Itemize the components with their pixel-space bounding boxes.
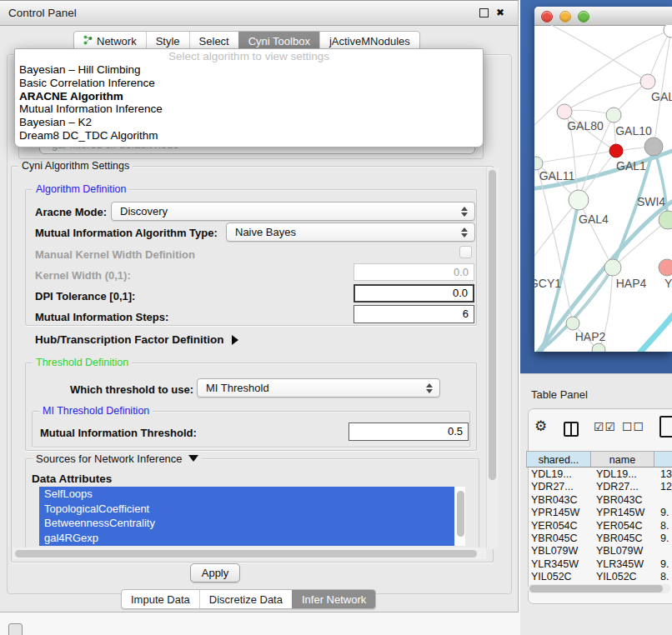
- algorithm-option[interactable]: Bayesian – Hill Climbing: [15, 63, 483, 77]
- table-cell: 8.: [655, 571, 672, 583]
- tab-infer-network[interactable]: Infer Network: [292, 590, 375, 608]
- float-window-icon[interactable]: [479, 8, 489, 18]
- network-node-label: SWI4: [637, 195, 665, 208]
- network-canvas[interactable]: GALGAL80GAL10GAL1GAL11SWI4GAL4GCY1HAP4YH…: [534, 25, 672, 352]
- table-row[interactable]: YDR27...YDR27...12: [526, 481, 672, 493]
- settings-vscrollbar-thumb[interactable]: [489, 170, 496, 480]
- tab-style[interactable]: Style: [146, 32, 189, 50]
- mi-algorithm-type-label: Mutual Information Algorithm Type:: [35, 227, 218, 239]
- table-row[interactable]: YBR045CYBR045C9.: [526, 532, 672, 545]
- algorithm-dropdown-popup: Select algorithm to view settings Bayesi…: [14, 48, 484, 148]
- tab-network[interactable]: Network: [74, 32, 146, 50]
- table-cell: [655, 545, 672, 558]
- manual-kernel-width-checkbox[interactable]: [459, 246, 472, 258]
- table-row[interactable]: YBR043CYBR043C: [526, 494, 672, 507]
- network-node-label: GAL: [651, 90, 672, 103]
- algorithm-prompt: Select algorithm to view settings: [15, 50, 483, 63]
- data-attributes-label: Data Attributes: [32, 472, 112, 485]
- table-panel: Table Panel ⚙ ☑☑ ☐☐ shared...name YDL19.…: [520, 373, 672, 635]
- data-attribute-item[interactable]: BetweennessCentrality: [39, 516, 454, 531]
- table-cell: YBR045C: [526, 532, 591, 545]
- network-node-label: GAL10: [615, 124, 652, 138]
- network-node-label: HAP2: [575, 330, 606, 343]
- table-cell: YLR345W: [591, 558, 655, 571]
- close-icon[interactable]: ✖: [496, 8, 504, 18]
- expanded-arrow-icon: [188, 455, 198, 462]
- table-row[interactable]: YER054CYER054C8.: [526, 520, 672, 532]
- network-node-hap4[interactable]: [604, 259, 621, 276]
- apply-button[interactable]: Apply: [190, 563, 240, 582]
- table-hscrollbar-thumb[interactable]: [529, 585, 663, 592]
- split-columns-icon[interactable]: [564, 422, 579, 437]
- column-header[interactable]: [654, 451, 672, 468]
- network-node-label: GCY1: [534, 277, 561, 290]
- network-tab-icon: [83, 35, 93, 48]
- table-cell: YDR27...: [526, 481, 591, 493]
- column-header[interactable]: name: [590, 451, 654, 468]
- close-traffic-light[interactable]: [541, 11, 553, 22]
- network-node-hap2[interactable]: [566, 317, 579, 330]
- tab-label: Style: [156, 35, 180, 48]
- algorithm-option[interactable]: Dream8 DC_TDC Algorithm: [15, 129, 483, 142]
- table-body: YDL19...YDL19...13YDR27...YDR27...12YBR0…: [526, 468, 672, 591]
- kernel-width-field[interactable]: 0.0: [354, 263, 474, 281]
- settings-hscrollbar-thumb[interactable]: [15, 550, 477, 558]
- gear-icon[interactable]: ⚙: [534, 419, 547, 433]
- table-cell: YBL079W: [591, 545, 655, 558]
- network-window-titlebar[interactable]: [534, 7, 672, 26]
- network-node-gal1[interactable]: [609, 144, 623, 158]
- aracne-mode-label: Aracne Mode:: [35, 206, 107, 218]
- network-node-gal4[interactable]: [569, 190, 589, 210]
- list-scrollbar-thumb[interactable]: [457, 491, 464, 537]
- mi-algorithm-type-combo[interactable]: Naive Bayes: [226, 222, 475, 242]
- dpi-tolerance-field[interactable]: 0.0: [354, 284, 474, 302]
- select-all-checkboxes-icon[interactable]: ☑☑: [594, 420, 616, 433]
- maximize-traffic-light[interactable]: [578, 11, 589, 22]
- network-node[interactable]: [592, 343, 605, 352]
- minimize-traffic-light[interactable]: [559, 11, 571, 22]
- data-attribute-item[interactable]: gal4RGexp: [39, 531, 454, 546]
- algorithm-option[interactable]: ARACNE Algorithm: [15, 90, 483, 103]
- data-attribute-item[interactable]: SelfLoops: [39, 487, 454, 502]
- tab-discretize-data[interactable]: Discretize Data: [199, 590, 292, 608]
- algorithm-option[interactable]: Mutual Information Inference: [15, 102, 483, 116]
- algorithm-option[interactable]: Bayesian – K2: [15, 116, 483, 129]
- algorithm-list: Bayesian – Hill ClimbingBasic Correlatio…: [15, 63, 483, 142]
- aracne-mode-combo[interactable]: Discovery: [111, 202, 475, 221]
- table-cell: YDL19...: [526, 468, 591, 481]
- minimized-panel-icon[interactable]: [8, 623, 23, 635]
- panel-title: Control Panel: [8, 7, 77, 19]
- tab-select[interactable]: Select: [189, 32, 238, 50]
- table-cell: YDR27...: [591, 481, 655, 493]
- table-row[interactable]: YPR145WYPR145W9.: [526, 507, 672, 519]
- hub-definition-toggle[interactable]: Hub/Transcription Factor Definition: [35, 333, 238, 346]
- tab-jactivemnodules[interactable]: jActiveMNodules: [319, 32, 419, 50]
- table-cell: YER054C: [591, 520, 655, 532]
- group-title: Algorithm Definition: [33, 183, 129, 195]
- new-table-icon[interactable]: [659, 416, 672, 438]
- network-node-gal10[interactable]: [606, 108, 621, 122]
- data-attribute-item[interactable]: TopologicalCoefficient: [39, 502, 454, 517]
- network-node-gal80[interactable]: [557, 104, 572, 119]
- deselect-all-checkboxes-icon[interactable]: ☐☐: [622, 420, 644, 433]
- network-node[interactable]: [644, 138, 663, 156]
- mi-steps-field[interactable]: 6: [354, 305, 474, 323]
- table-row[interactable]: YBL079WYBL079W: [526, 545, 672, 558]
- collapsed-arrow-icon: [232, 335, 238, 345]
- tab-impute-data[interactable]: Impute Data: [122, 590, 199, 608]
- table-row[interactable]: YDL19...YDL19...13: [526, 468, 672, 481]
- network-node[interactable]: [664, 25, 672, 38]
- table-cell: YBR043C: [526, 494, 591, 507]
- table-cell: YIL052C: [526, 571, 591, 583]
- network-node-y[interactable]: [659, 259, 672, 276]
- algorithm-option[interactable]: Basic Correlation Inference: [15, 77, 483, 90]
- mi-threshold-field[interactable]: 0.5: [349, 422, 469, 441]
- column-header[interactable]: shared...: [526, 451, 591, 468]
- network-node-gal[interactable]: [640, 74, 655, 89]
- which-threshold-combo[interactable]: MI Threshold: [197, 378, 440, 398]
- data-attributes-list[interactable]: SelfLoopsTopologicalCoefficientBetweenne…: [39, 487, 454, 546]
- table-row[interactable]: YIL052CYIL052C8.: [526, 571, 672, 583]
- sources-group-title[interactable]: Sources for Network Inference: [33, 452, 202, 465]
- tab-cyni-toolbox[interactable]: Cyni Toolbox: [238, 32, 319, 50]
- table-row[interactable]: YLR345WYLR345W9.: [526, 558, 672, 571]
